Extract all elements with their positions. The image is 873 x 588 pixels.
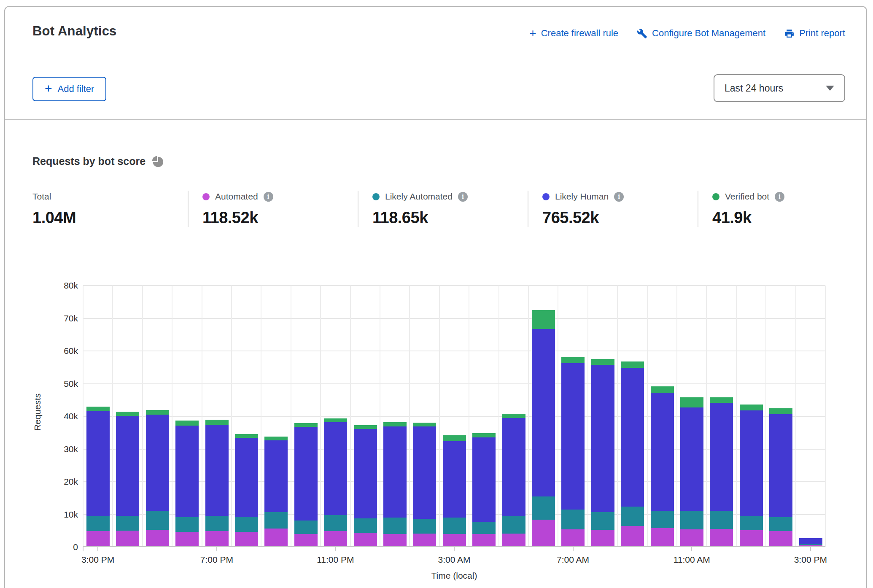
bar-segment-automated[interactable] [591,530,614,546]
bar-segment-likely-automated[interactable] [324,515,347,531]
bar-segment-likely-automated[interactable] [651,511,674,528]
configure-bot-management-link[interactable]: Configure Bot Management [637,28,765,39]
bar-segment-automated[interactable] [354,533,377,546]
bar-segment-automated[interactable] [740,530,763,546]
bar-segment-likely-human[interactable] [680,407,703,511]
bar-segment-likely-human[interactable] [383,426,407,518]
bar-segment-likely-automated[interactable] [383,518,407,534]
bar-segment-likely-automated[interactable] [561,510,585,529]
bar-segment-verified-bot[interactable] [769,408,792,414]
bar-segment-likely-automated[interactable] [443,518,466,534]
bar-segment-likely-automated[interactable] [235,517,258,532]
bar-segment-automated[interactable] [146,530,169,547]
bar-segment-automated[interactable] [413,534,436,546]
print-report-link[interactable]: Print report [784,28,845,39]
bar-segment-automated[interactable] [175,532,199,546]
info-icon[interactable] [775,192,784,202]
bar-segment-verified-bot[interactable] [205,420,229,425]
bar-segment-verified-bot[interactable] [383,422,407,426]
bar-9-00-PM[interactable] [264,437,288,546]
bar-segment-verified-bot[interactable] [651,386,674,393]
bar-segment-verified-bot[interactable] [294,423,318,427]
bar-segment-verified-bot[interactable] [472,433,496,437]
bar-segment-automated[interactable] [502,534,525,546]
bar-segment-likely-automated[interactable] [413,519,436,534]
bar-3-00-AM[interactable] [443,435,466,546]
bar-segment-verified-bot[interactable] [740,405,763,410]
bar-segment-verified-bot[interactable] [591,359,614,365]
bar-segment-likely-automated[interactable] [532,496,555,519]
bar-segment-likely-human[interactable] [86,411,110,516]
bar-segment-likely-human[interactable] [413,426,436,519]
bar-segment-likely-automated[interactable] [769,517,792,531]
bar-segment-verified-bot[interactable] [532,310,555,329]
bar-segment-automated[interactable] [680,529,703,546]
add-filter-button[interactable]: + Add filter [32,77,106,101]
bar-9-00-AM[interactable] [621,361,644,546]
bar-1-00-PM[interactable] [740,405,763,546]
bar-segment-likely-human[interactable] [443,441,466,518]
bar-segment-likely-human[interactable] [769,414,792,517]
bar-5-00-AM[interactable] [502,414,525,546]
bar-segment-likely-automated[interactable] [86,516,110,531]
bar-10-00-AM[interactable] [651,386,674,546]
bar-segment-automated[interactable] [235,532,258,546]
bar-12-00-AM[interactable] [354,425,377,546]
bar-segment-likely-human[interactable] [710,403,733,511]
bar-segment-verified-bot[interactable] [561,357,585,363]
time-range-select[interactable]: Last 24 hours [714,74,845,102]
bar-7-00-PM[interactable] [205,420,229,546]
bar-segment-likely-automated[interactable] [621,507,644,526]
bar-segment-verified-bot[interactable] [710,397,733,403]
bar-segment-likely-automated[interactable] [264,512,288,529]
bar-segment-likely-automated[interactable] [116,516,139,531]
bar-3-00-PM[interactable] [799,538,822,546]
bar-segment-likely-human[interactable] [502,418,525,516]
bar-segment-verified-bot[interactable] [443,435,466,442]
bar-segment-automated[interactable] [651,528,674,546]
bar-segment-automated[interactable] [561,529,585,546]
bar-segment-likely-automated[interactable] [680,511,703,529]
bar-segment-likely-human[interactable] [591,365,614,512]
info-icon[interactable] [458,192,468,202]
bar-segment-likely-human[interactable] [294,427,318,521]
create-firewall-rule-link[interactable]: + Create firewall rule [529,28,618,39]
bar-segment-automated[interactable] [383,534,407,546]
bar-segment-automated[interactable] [116,531,139,546]
bar-10-00-PM[interactable] [294,423,318,546]
bar-8-00-AM[interactable] [591,359,614,546]
info-icon[interactable] [264,192,273,202]
bar-segment-verified-bot[interactable] [354,425,377,429]
bar-segment-automated[interactable] [799,545,822,546]
bar-segment-likely-automated[interactable] [502,516,525,534]
bar-segment-likely-human[interactable] [175,426,199,517]
bar-segment-verified-bot[interactable] [175,421,199,426]
bar-segment-likely-automated[interactable] [175,517,199,532]
bar-segment-verified-bot[interactable] [324,418,347,422]
bar-segment-likely-human[interactable] [532,329,555,497]
bar-segment-likely-automated[interactable] [710,511,733,529]
bar-1-00-AM[interactable] [383,422,407,546]
bar-segment-likely-human[interactable] [205,425,229,516]
bar-segment-automated[interactable] [769,531,792,546]
bar-segment-verified-bot[interactable] [621,361,644,368]
bar-2-00-PM[interactable] [769,408,792,546]
bar-segment-likely-human[interactable] [621,368,644,507]
bar-segment-likely-human[interactable] [354,429,377,518]
bar-segment-verified-bot[interactable] [146,410,169,415]
bar-7-00-AM[interactable] [561,357,585,546]
bar-segment-verified-bot[interactable] [680,397,703,407]
bar-segment-likely-automated[interactable] [294,521,318,534]
bar-5-00-PM[interactable] [146,410,169,546]
bar-segment-likely-human[interactable] [651,393,674,511]
bar-segment-verified-bot[interactable] [235,434,258,438]
bar-segment-likely-automated[interactable] [146,511,169,530]
bar-segment-likely-automated[interactable] [591,512,614,530]
bar-segment-likely-automated[interactable] [205,516,229,531]
bar-6-00-AM[interactable] [532,310,555,546]
bar-3-00-PM[interactable] [86,407,110,546]
bar-segment-verified-bot[interactable] [413,423,436,426]
bar-segment-automated[interactable] [294,534,318,546]
bar-2-00-AM[interactable] [413,423,436,546]
bar-segment-likely-automated[interactable] [740,516,763,530]
